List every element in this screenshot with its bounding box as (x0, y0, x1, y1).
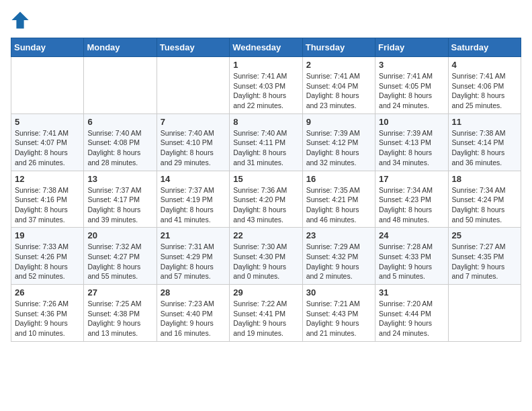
day-info: Sunrise: 7:37 AM Sunset: 4:19 PM Dayligh… (161, 185, 226, 225)
day-number: 19 (15, 230, 80, 240)
day-number: 23 (306, 230, 371, 240)
day-info: Sunrise: 7:38 AM Sunset: 4:14 PM Dayligh… (452, 128, 517, 168)
week-row-5: 26Sunrise: 7:26 AM Sunset: 4:36 PM Dayli… (11, 285, 521, 342)
day-cell: 25Sunrise: 7:27 AM Sunset: 4:35 PM Dayli… (448, 228, 521, 285)
week-row-2: 5Sunrise: 7:41 AM Sunset: 4:07 PM Daylig… (11, 113, 521, 171)
day-info: Sunrise: 7:40 AM Sunset: 4:10 PM Dayligh… (161, 128, 226, 168)
logo-icon (11, 11, 30, 30)
day-info: Sunrise: 7:33 AM Sunset: 4:26 PM Dayligh… (15, 242, 80, 281)
day-header-wednesday: Wednesday (230, 38, 302, 57)
day-number: 21 (161, 230, 226, 240)
day-header-sunday: Sunday (11, 38, 84, 57)
day-header-friday: Friday (375, 38, 448, 57)
day-cell: 21Sunrise: 7:31 AM Sunset: 4:29 PM Dayli… (157, 228, 229, 285)
day-number: 16 (306, 174, 371, 184)
day-cell (11, 57, 84, 114)
day-info: Sunrise: 7:40 AM Sunset: 4:08 PM Dayligh… (87, 128, 152, 168)
logo (11, 11, 32, 30)
day-cell (84, 57, 157, 114)
day-number: 31 (379, 287, 444, 298)
day-cell: 12Sunrise: 7:38 AM Sunset: 4:16 PM Dayli… (11, 171, 84, 228)
day-cell: 6Sunrise: 7:40 AM Sunset: 4:08 PM Daylig… (84, 113, 157, 171)
day-number: 1 (233, 60, 298, 70)
day-cell: 26Sunrise: 7:26 AM Sunset: 4:36 PM Dayli… (11, 285, 84, 342)
day-cell: 2Sunrise: 7:41 AM Sunset: 4:04 PM Daylig… (302, 57, 375, 114)
day-cell: 4Sunrise: 7:41 AM Sunset: 4:06 PM Daylig… (448, 57, 521, 114)
day-cell: 23Sunrise: 7:29 AM Sunset: 4:32 PM Dayli… (302, 228, 375, 285)
day-number: 9 (306, 117, 371, 127)
day-info: Sunrise: 7:31 AM Sunset: 4:29 PM Dayligh… (161, 242, 226, 281)
day-cell: 14Sunrise: 7:37 AM Sunset: 4:19 PM Dayli… (157, 171, 229, 228)
day-cell: 9Sunrise: 7:39 AM Sunset: 4:12 PM Daylig… (302, 113, 375, 171)
day-number: 12 (15, 174, 80, 184)
day-info: Sunrise: 7:20 AM Sunset: 4:44 PM Dayligh… (379, 299, 444, 338)
day-number: 5 (15, 117, 80, 127)
day-info: Sunrise: 7:34 AM Sunset: 4:24 PM Dayligh… (452, 185, 517, 225)
day-number: 22 (233, 230, 298, 240)
day-number: 11 (452, 117, 517, 127)
day-cell: 13Sunrise: 7:37 AM Sunset: 4:17 PM Dayli… (84, 171, 157, 228)
week-row-3: 12Sunrise: 7:38 AM Sunset: 4:16 PM Dayli… (11, 171, 521, 228)
day-number: 25 (452, 230, 517, 240)
day-number: 3 (379, 60, 444, 70)
day-info: Sunrise: 7:28 AM Sunset: 4:33 PM Dayligh… (379, 242, 444, 281)
day-cell: 18Sunrise: 7:34 AM Sunset: 4:24 PM Dayli… (448, 171, 521, 228)
day-cell (448, 285, 521, 342)
day-header-thursday: Thursday (302, 38, 375, 57)
day-number: 13 (87, 174, 152, 184)
day-cell: 17Sunrise: 7:34 AM Sunset: 4:23 PM Dayli… (375, 171, 448, 228)
page-header (11, 11, 521, 30)
day-number: 20 (87, 230, 152, 240)
day-cell: 28Sunrise: 7:23 AM Sunset: 4:40 PM Dayli… (157, 285, 229, 342)
day-cell: 27Sunrise: 7:25 AM Sunset: 4:38 PM Dayli… (84, 285, 157, 342)
day-info: Sunrise: 7:39 AM Sunset: 4:13 PM Dayligh… (379, 128, 444, 168)
day-cell: 30Sunrise: 7:21 AM Sunset: 4:43 PM Dayli… (302, 285, 375, 342)
day-header-monday: Monday (84, 38, 157, 57)
day-info: Sunrise: 7:41 AM Sunset: 4:03 PM Dayligh… (233, 71, 298, 111)
day-info: Sunrise: 7:37 AM Sunset: 4:17 PM Dayligh… (87, 185, 152, 225)
calendar-header-row: SundayMondayTuesdayWednesdayThursdayFrid… (11, 38, 521, 57)
day-info: Sunrise: 7:32 AM Sunset: 4:27 PM Dayligh… (87, 242, 152, 281)
day-number: 30 (306, 287, 371, 298)
day-number: 6 (87, 117, 152, 127)
day-number: 18 (452, 174, 517, 184)
day-info: Sunrise: 7:25 AM Sunset: 4:38 PM Dayligh… (87, 299, 152, 338)
day-info: Sunrise: 7:21 AM Sunset: 4:43 PM Dayligh… (306, 299, 371, 338)
day-number: 27 (87, 287, 152, 298)
day-number: 2 (306, 60, 371, 70)
day-number: 15 (233, 174, 298, 184)
day-number: 24 (379, 230, 444, 240)
day-cell (157, 57, 229, 114)
day-info: Sunrise: 7:29 AM Sunset: 4:32 PM Dayligh… (306, 242, 371, 281)
day-info: Sunrise: 7:41 AM Sunset: 4:06 PM Dayligh… (452, 71, 517, 111)
week-row-1: 1Sunrise: 7:41 AM Sunset: 4:03 PM Daylig… (11, 57, 521, 114)
day-info: Sunrise: 7:41 AM Sunset: 4:04 PM Dayligh… (306, 71, 371, 111)
day-cell: 24Sunrise: 7:28 AM Sunset: 4:33 PM Dayli… (375, 228, 448, 285)
day-info: Sunrise: 7:36 AM Sunset: 4:20 PM Dayligh… (233, 185, 298, 225)
week-row-4: 19Sunrise: 7:33 AM Sunset: 4:26 PM Dayli… (11, 228, 521, 285)
day-info: Sunrise: 7:38 AM Sunset: 4:16 PM Dayligh… (15, 185, 80, 225)
day-cell: 7Sunrise: 7:40 AM Sunset: 4:10 PM Daylig… (157, 113, 229, 171)
day-cell: 19Sunrise: 7:33 AM Sunset: 4:26 PM Dayli… (11, 228, 84, 285)
day-info: Sunrise: 7:27 AM Sunset: 4:35 PM Dayligh… (452, 242, 517, 281)
day-info: Sunrise: 7:26 AM Sunset: 4:36 PM Dayligh… (15, 299, 80, 338)
day-cell: 31Sunrise: 7:20 AM Sunset: 4:44 PM Dayli… (375, 285, 448, 342)
day-info: Sunrise: 7:41 AM Sunset: 4:07 PM Dayligh… (15, 128, 80, 168)
day-info: Sunrise: 7:40 AM Sunset: 4:11 PM Dayligh… (233, 128, 298, 168)
day-info: Sunrise: 7:41 AM Sunset: 4:05 PM Dayligh… (379, 71, 444, 111)
day-cell: 3Sunrise: 7:41 AM Sunset: 4:05 PM Daylig… (375, 57, 448, 114)
day-number: 29 (233, 287, 298, 298)
day-info: Sunrise: 7:22 AM Sunset: 4:41 PM Dayligh… (233, 299, 298, 338)
day-info: Sunrise: 7:34 AM Sunset: 4:23 PM Dayligh… (379, 185, 444, 225)
day-number: 10 (379, 117, 444, 127)
day-cell: 16Sunrise: 7:35 AM Sunset: 4:21 PM Dayli… (302, 171, 375, 228)
day-cell: 22Sunrise: 7:30 AM Sunset: 4:30 PM Dayli… (230, 228, 302, 285)
day-cell: 8Sunrise: 7:40 AM Sunset: 4:11 PM Daylig… (230, 113, 302, 171)
day-info: Sunrise: 7:30 AM Sunset: 4:30 PM Dayligh… (233, 242, 298, 281)
day-info: Sunrise: 7:35 AM Sunset: 4:21 PM Dayligh… (306, 185, 371, 225)
day-info: Sunrise: 7:39 AM Sunset: 4:12 PM Dayligh… (306, 128, 371, 168)
svg-marker-0 (11, 11, 28, 28)
day-number: 8 (233, 117, 298, 127)
day-number: 7 (161, 117, 226, 127)
day-header-saturday: Saturday (448, 38, 521, 57)
